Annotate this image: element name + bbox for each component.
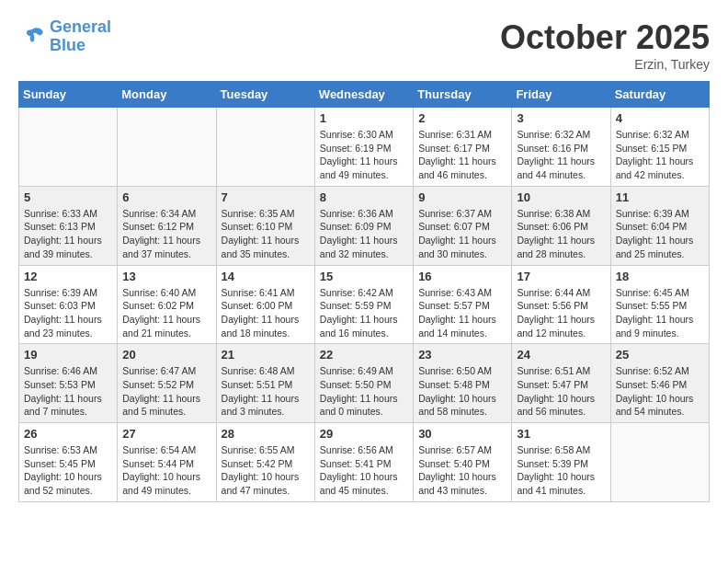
day-info: Sunrise: 6:41 AM Sunset: 6:00 PM Dayligh…	[222, 286, 310, 340]
day-info: Sunrise: 6:49 AM Sunset: 5:50 PM Dayligh…	[320, 364, 408, 419]
day-info: Sunrise: 6:40 AM Sunset: 6:02 PM Dayligh…	[122, 286, 210, 340]
day-info: Sunrise: 6:36 AM Sunset: 6:09 PM Dayligh…	[320, 207, 408, 261]
calendar-cell: 29Sunrise: 6:56 AM Sunset: 5:41 PM Dayli…	[314, 423, 413, 502]
day-number: 29	[320, 427, 408, 441]
day-number: 28	[222, 427, 310, 441]
day-number: 4	[616, 111, 704, 125]
day-number: 22	[320, 348, 408, 362]
day-number: 18	[616, 270, 704, 283]
day-info: Sunrise: 6:53 AM Sunset: 5:45 PM Dayligh…	[24, 443, 112, 498]
day-number: 23	[418, 348, 506, 362]
day-number: 30	[418, 427, 506, 441]
day-number: 12	[24, 270, 112, 283]
day-info: Sunrise: 6:39 AM Sunset: 6:03 PM Dayligh…	[24, 286, 112, 340]
calendar-cell: 8Sunrise: 6:36 AM Sunset: 6:09 PM Daylig…	[314, 186, 413, 265]
day-info: Sunrise: 6:38 AM Sunset: 6:06 PM Dayligh…	[517, 207, 605, 261]
day-info: Sunrise: 6:42 AM Sunset: 5:59 PM Dayligh…	[320, 286, 408, 340]
day-info: Sunrise: 6:32 AM Sunset: 6:16 PM Dayligh…	[517, 128, 605, 182]
calendar-cell: 3Sunrise: 6:32 AM Sunset: 6:16 PM Daylig…	[512, 108, 610, 187]
day-number: 21	[222, 348, 310, 362]
day-info: Sunrise: 6:46 AM Sunset: 5:53 PM Dayligh…	[24, 364, 112, 419]
calendar-cell: 31Sunrise: 6:58 AM Sunset: 5:39 PM Dayli…	[512, 423, 610, 502]
day-number: 1	[320, 111, 408, 125]
day-number: 9	[418, 190, 506, 204]
calendar-cell: 23Sunrise: 6:50 AM Sunset: 5:48 PM Dayli…	[414, 344, 512, 423]
calendar-cell: 28Sunrise: 6:55 AM Sunset: 5:42 PM Dayli…	[216, 423, 314, 502]
calendar-cell	[19, 108, 118, 187]
day-info: Sunrise: 6:33 AM Sunset: 6:13 PM Dayligh…	[24, 207, 112, 261]
page-header: General Blue October 2025 Erzin, Turkey	[18, 18, 710, 72]
calendar-table: SundayMondayTuesdayWednesdayThursdayFrid…	[18, 81, 710, 502]
day-info: Sunrise: 6:50 AM Sunset: 5:48 PM Dayligh…	[418, 364, 506, 419]
day-number: 15	[320, 270, 408, 283]
calendar-week-row: 19Sunrise: 6:46 AM Sunset: 5:53 PM Dayli…	[19, 344, 710, 423]
calendar-week-row: 5Sunrise: 6:33 AM Sunset: 6:13 PM Daylig…	[19, 186, 710, 265]
calendar-week-row: 12Sunrise: 6:39 AM Sunset: 6:03 PM Dayli…	[19, 265, 710, 344]
day-number: 27	[122, 427, 210, 441]
day-info: Sunrise: 6:52 AM Sunset: 5:46 PM Dayligh…	[616, 364, 704, 419]
day-number: 10	[517, 190, 605, 204]
calendar-cell: 16Sunrise: 6:43 AM Sunset: 5:57 PM Dayli…	[414, 265, 512, 344]
weekday-header-row: SundayMondayTuesdayWednesdayThursdayFrid…	[19, 82, 710, 108]
location-subtitle: Erzin, Turkey	[500, 57, 710, 72]
day-info: Sunrise: 6:45 AM Sunset: 5:55 PM Dayligh…	[616, 286, 704, 340]
calendar-cell: 24Sunrise: 6:51 AM Sunset: 5:47 PM Dayli…	[512, 344, 610, 423]
calendar-cell: 7Sunrise: 6:35 AM Sunset: 6:10 PM Daylig…	[216, 186, 314, 265]
calendar-cell: 4Sunrise: 6:32 AM Sunset: 6:15 PM Daylig…	[610, 108, 709, 187]
logo-icon	[18, 26, 46, 48]
day-number: 8	[320, 190, 408, 204]
calendar-cell: 27Sunrise: 6:54 AM Sunset: 5:44 PM Dayli…	[118, 423, 216, 502]
calendar-cell: 17Sunrise: 6:44 AM Sunset: 5:56 PM Dayli…	[512, 265, 610, 344]
calendar-cell: 1Sunrise: 6:30 AM Sunset: 6:19 PM Daylig…	[314, 108, 413, 187]
calendar-cell: 18Sunrise: 6:45 AM Sunset: 5:55 PM Dayli…	[610, 265, 709, 344]
day-number: 19	[24, 348, 112, 362]
logo: General Blue	[18, 18, 111, 55]
weekday-header: Thursday	[414, 82, 512, 108]
day-info: Sunrise: 6:57 AM Sunset: 5:40 PM Dayligh…	[418, 443, 506, 498]
day-info: Sunrise: 6:34 AM Sunset: 6:12 PM Dayligh…	[122, 207, 210, 261]
calendar-cell: 25Sunrise: 6:52 AM Sunset: 5:46 PM Dayli…	[610, 344, 709, 423]
calendar-cell	[118, 108, 216, 187]
day-number: 11	[616, 190, 704, 204]
day-info: Sunrise: 6:55 AM Sunset: 5:42 PM Dayligh…	[222, 443, 310, 498]
logo-text: General Blue	[50, 18, 111, 55]
weekday-header: Monday	[118, 82, 216, 108]
calendar-cell: 15Sunrise: 6:42 AM Sunset: 5:59 PM Dayli…	[314, 265, 413, 344]
day-number: 2	[418, 111, 506, 125]
weekday-header: Saturday	[610, 82, 709, 108]
day-info: Sunrise: 6:37 AM Sunset: 6:07 PM Dayligh…	[418, 207, 506, 261]
day-info: Sunrise: 6:44 AM Sunset: 5:56 PM Dayligh…	[517, 286, 605, 340]
day-number: 5	[24, 190, 112, 204]
day-number: 24	[517, 348, 605, 362]
calendar-week-row: 1Sunrise: 6:30 AM Sunset: 6:19 PM Daylig…	[19, 108, 710, 187]
day-info: Sunrise: 6:30 AM Sunset: 6:19 PM Dayligh…	[320, 128, 408, 182]
month-title: October 2025	[500, 18, 710, 57]
day-info: Sunrise: 6:48 AM Sunset: 5:51 PM Dayligh…	[222, 364, 310, 419]
day-number: 14	[222, 270, 310, 283]
day-info: Sunrise: 6:47 AM Sunset: 5:52 PM Dayligh…	[122, 364, 210, 419]
day-info: Sunrise: 6:43 AM Sunset: 5:57 PM Dayligh…	[418, 286, 506, 340]
day-info: Sunrise: 6:31 AM Sunset: 6:17 PM Dayligh…	[418, 128, 506, 182]
day-number: 20	[122, 348, 210, 362]
day-number: 25	[616, 348, 704, 362]
calendar-cell: 9Sunrise: 6:37 AM Sunset: 6:07 PM Daylig…	[414, 186, 512, 265]
day-number: 16	[418, 270, 506, 283]
day-number: 7	[222, 190, 310, 204]
calendar-cell: 21Sunrise: 6:48 AM Sunset: 5:51 PM Dayli…	[216, 344, 314, 423]
calendar-cell: 14Sunrise: 6:41 AM Sunset: 6:00 PM Dayli…	[216, 265, 314, 344]
day-info: Sunrise: 6:54 AM Sunset: 5:44 PM Dayligh…	[122, 443, 210, 498]
day-number: 13	[122, 270, 210, 283]
calendar-cell	[216, 108, 314, 187]
weekday-header: Friday	[512, 82, 610, 108]
calendar-cell: 30Sunrise: 6:57 AM Sunset: 5:40 PM Dayli…	[414, 423, 512, 502]
day-info: Sunrise: 6:58 AM Sunset: 5:39 PM Dayligh…	[517, 443, 605, 498]
weekday-header: Tuesday	[216, 82, 314, 108]
day-number: 26	[24, 427, 112, 441]
weekday-header: Sunday	[19, 82, 118, 108]
day-info: Sunrise: 6:56 AM Sunset: 5:41 PM Dayligh…	[320, 443, 408, 498]
day-number: 17	[517, 270, 605, 283]
calendar-cell: 13Sunrise: 6:40 AM Sunset: 6:02 PM Dayli…	[118, 265, 216, 344]
calendar-week-row: 26Sunrise: 6:53 AM Sunset: 5:45 PM Dayli…	[19, 423, 710, 502]
day-number: 6	[122, 190, 210, 204]
weekday-header: Wednesday	[314, 82, 413, 108]
